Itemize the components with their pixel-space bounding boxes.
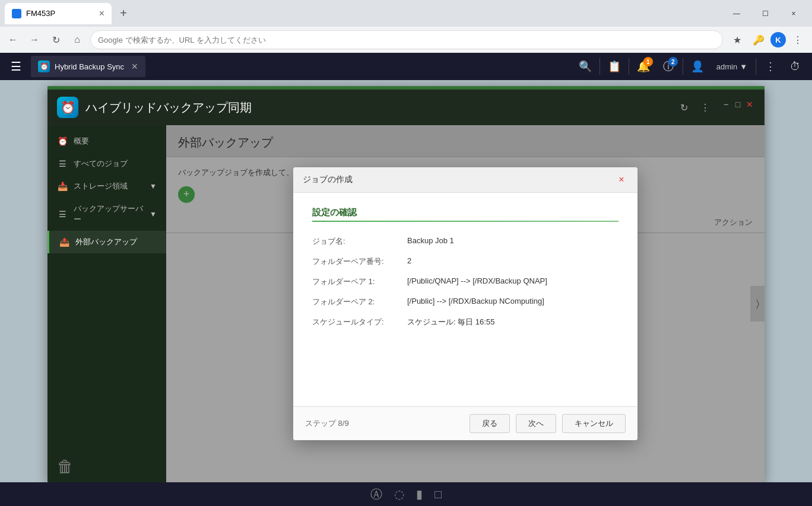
home-button[interactable]: ⌂: [69, 31, 85, 48]
profile-avatar[interactable]: K: [770, 32, 786, 47]
main-content: 外部バックアップ バックアップジョブを作成して、特定のディスクボリューム、または…: [166, 125, 765, 482]
notification2-btn[interactable]: ⓘ 2: [658, 56, 679, 77]
tab-favicon: [12, 9, 21, 18]
sidebar-item-overview-label: 概要: [74, 136, 89, 147]
app-minimize-btn[interactable]: −: [721, 99, 731, 110]
next-button[interactable]: 次へ: [516, 414, 556, 433]
dialog-close-button[interactable]: ×: [615, 173, 628, 186]
storage-arrow-icon: ▼: [150, 182, 157, 190]
backup-server-icon: ☰: [57, 209, 68, 219]
notification2-badge: 2: [668, 57, 678, 66]
backup-server-arrow-icon: ▼: [150, 210, 157, 218]
dialog-btn-group: 戻る 次へ キャンセル: [470, 414, 626, 433]
app-header-controls: ↻ ⋮ − □ ✕: [675, 99, 755, 116]
search-icon-btn[interactable]: 🔍: [575, 56, 596, 77]
app-tab[interactable]: ⏰ Hybrid Backup Sync ✕: [31, 56, 145, 77]
cancel-button[interactable]: キャンセル: [562, 414, 626, 433]
external-backup-icon: 📤: [59, 237, 69, 247]
bookmark-button[interactable]: ★: [728, 30, 747, 49]
close-button[interactable]: ×: [780, 4, 807, 23]
chrome-right-icons: ★ 🔑 K ⋮: [728, 30, 807, 49]
app-tab-close[interactable]: ✕: [131, 62, 138, 71]
app-title: ハイブリッドバックアップ同期: [85, 100, 252, 116]
overview-icon: ⏰: [57, 136, 68, 147]
notification1-badge: 1: [643, 57, 653, 66]
task-icon-btn[interactable]: 📋: [604, 56, 625, 77]
user-icon-btn[interactable]: 👤: [687, 56, 708, 77]
address-input[interactable]: [90, 30, 723, 49]
field-job-name: ジョブ名: Backup Job 1: [312, 236, 618, 247]
bottom-icon-1[interactable]: Ⓐ: [370, 486, 382, 502]
app-win-controls: − □ ✕: [721, 99, 755, 116]
section-divider: [312, 221, 618, 222]
bottom-icon-2[interactable]: ◌: [394, 487, 404, 501]
new-tab-button[interactable]: +: [115, 5, 132, 22]
sidebar-item-overview[interactable]: ⏰ 概要: [47, 130, 166, 152]
chrome-tab-bar: FM453P × + — ☐ ×: [0, 0, 812, 27]
admin-label: admin: [716, 62, 737, 71]
dialog-content: 設定の確認 ジョブ名: Backup Job 1 フォルダーペア番号: 2: [293, 193, 637, 406]
app-tab-label: Hybrid Backup Sync: [55, 62, 124, 71]
topbar-divider: [600, 58, 600, 75]
job-name-value: Backup Job 1: [407, 236, 618, 247]
back-button[interactable]: ←: [5, 31, 21, 48]
all-jobs-icon: ☰: [57, 158, 68, 169]
folder-pair-1-label: フォルダーペア 1:: [312, 276, 407, 287]
topbar-right: 🔍 📋 🔔 1 ⓘ 2 👤 admin ▼ ⋮ ⏱: [575, 56, 806, 77]
hamburger-menu[interactable]: ☰: [6, 57, 26, 76]
folder-pair-count-label: フォルダーペア番号:: [312, 256, 407, 267]
field-schedule-type: スケジュールタイプ: スケジュール: 毎日 16:55: [312, 317, 618, 327]
chrome-browser: FM453P × + — ☐ × ← → ↻ ⌂ ★ 🔑 K ⋮: [0, 0, 812, 53]
more-options-btn[interactable]: ⋮: [760, 56, 781, 77]
notification1-btn[interactable]: 🔔 1: [633, 56, 654, 77]
sidebar-item-storage[interactable]: 📥 ストレージ領域 ▼: [47, 175, 166, 198]
app-icon: ⏰: [57, 97, 78, 118]
app-area: ⏰ ハイブリッドバックアップ同期 ↻ ⋮ − □ ✕ ⏰ 概要: [0, 80, 812, 506]
refresh-app-btn[interactable]: ↻: [675, 99, 692, 116]
admin-menu[interactable]: admin ▼: [712, 62, 752, 71]
more-app-btn[interactable]: ⋮: [697, 99, 713, 116]
section-title: 設定の確認: [312, 207, 618, 218]
folder-pair-2-label: フォルダーペア 2:: [312, 297, 407, 307]
sidebar-item-all-jobs[interactable]: ☰ すべてのジョブ: [47, 152, 166, 175]
job-name-label: ジョブ名:: [312, 236, 407, 247]
dialog-title: ジョブの作成: [303, 174, 353, 185]
forward-button[interactable]: →: [26, 31, 43, 48]
browser-tab[interactable]: FM453P ×: [5, 3, 112, 24]
dialog-overlay: ジョブの作成 × 設定の確認 ジョブ名: Backup Job 1: [166, 125, 765, 482]
bottom-icon-3[interactable]: ▮: [416, 487, 423, 501]
field-folder-pair-count: フォルダーペア番号: 2: [312, 256, 618, 267]
topbar-divider4: [756, 58, 756, 75]
sidebar-item-external-backup[interactable]: 📤 外部バックアップ: [47, 231, 166, 253]
storage-icon: 📥: [57, 181, 68, 192]
schedule-type-label: スケジュールタイプ:: [312, 317, 407, 327]
sidebar-item-backup-server[interactable]: ☰ バックアップサーバー ▼: [47, 198, 166, 231]
tab-close-btn[interactable]: ×: [99, 9, 104, 18]
key-icon[interactable]: 🔑: [749, 30, 768, 49]
sidebar: ⏰ 概要 ☰ すべてのジョブ 📥 ストレージ領域 ▼ ☰ バックアップサーバー …: [47, 125, 166, 482]
app-body: ⏰ 概要 ☰ すべてのジョブ 📥 ストレージ領域 ▼ ☰ バックアップサーバー …: [47, 125, 765, 482]
app-close-btn[interactable]: ✕: [744, 99, 755, 110]
bottom-bar: Ⓐ ◌ ▮ □: [0, 482, 812, 506]
sidebar-item-all-jobs-label: すべてのジョブ: [74, 158, 128, 169]
step-label: ステップ 8/9: [305, 418, 349, 429]
maximize-button[interactable]: ☐: [751, 4, 779, 23]
app-maximize-btn[interactable]: □: [732, 99, 743, 110]
chrome-address-bar: ← → ↻ ⌂ ★ 🔑 K ⋮: [0, 27, 812, 53]
sidebar-item-storage-label: ストレージ領域: [74, 181, 128, 192]
admin-arrow: ▼: [740, 62, 747, 71]
dialog-titlebar: ジョブの作成 ×: [293, 167, 637, 193]
trash-icon[interactable]: 🗑: [57, 457, 74, 476]
sidebar-item-external-backup-label: 外部バックアップ: [75, 237, 137, 247]
folder-pair-2-value: [/Public] --> [/RDX/Backup NComputing]: [407, 297, 618, 307]
refresh-button[interactable]: ↻: [47, 31, 64, 48]
field-folder-pair-2: フォルダーペア 2: [/Public] --> [/RDX/Backup NC…: [312, 297, 618, 307]
minimize-button[interactable]: —: [723, 4, 750, 23]
bottom-icon-4[interactable]: □: [434, 488, 442, 501]
topbar-divider3: [683, 58, 683, 75]
app-header: ⏰ ハイブリッドバックアップ同期 ↻ ⋮ − □ ✕: [47, 90, 765, 125]
back-button[interactable]: 戻る: [470, 414, 510, 433]
more-button[interactable]: ⋮: [788, 30, 807, 49]
clock-icon-btn[interactable]: ⏱: [785, 56, 806, 77]
window-controls: — ☐ ×: [723, 4, 807, 23]
